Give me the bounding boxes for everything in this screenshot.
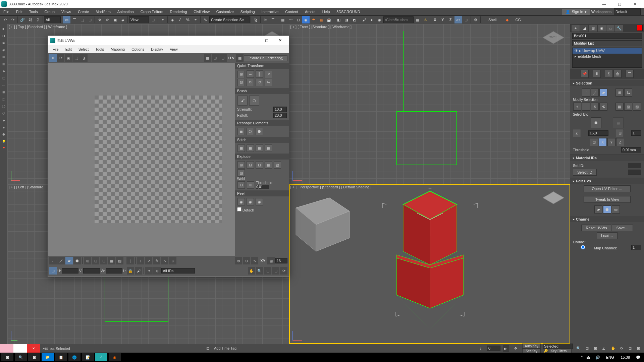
uvw-opt-a[interactable]: ✦ bbox=[145, 267, 153, 275]
taskview-button[interactable]: ⊟ bbox=[28, 353, 40, 361]
ribbon-btn-13[interactable]: ⬡ bbox=[0, 110, 7, 117]
uvw-ids-dropdown[interactable] bbox=[161, 268, 195, 274]
maximize-button[interactable]: ▢ bbox=[612, 0, 627, 8]
uvw-sub-vertex[interactable]: ∴ bbox=[49, 257, 57, 264]
ribbon-btn-17[interactable]: 💡 bbox=[0, 138, 7, 145]
loop-button[interactable]: ⟲ bbox=[599, 103, 607, 111]
uvw-rollout-reshape[interactable]: Reshape Elements bbox=[235, 120, 289, 126]
menu-help[interactable]: Help bbox=[319, 8, 333, 15]
uvw-move-button[interactable]: ✥ bbox=[49, 54, 57, 62]
search-button[interactable]: 🔍 bbox=[15, 353, 27, 361]
uvw-freeform-button[interactable]: ⬚ bbox=[72, 54, 80, 62]
key-filter-dropdown[interactable] bbox=[543, 344, 573, 349]
select-manipulate-button[interactable]: ✦ bbox=[159, 16, 166, 23]
uvw-soft-5[interactable]: ⊙ bbox=[169, 257, 176, 264]
uvw-texture-dropdown[interactable]: Texture Ch…ecker.png) bbox=[244, 55, 287, 61]
ribbon-btn-12[interactable]: ◯ bbox=[0, 103, 7, 110]
map-channel-input[interactable] bbox=[631, 245, 641, 250]
ribbon-btn-15[interactable]: ◈ bbox=[0, 124, 7, 131]
uvw-opt-1[interactable]: ⊚ bbox=[235, 257, 242, 264]
axis-y-button[interactable]: Y bbox=[439, 16, 446, 23]
menu-group[interactable]: Group bbox=[41, 8, 58, 15]
ribbon-btn-6[interactable]: ▥ bbox=[0, 61, 7, 67]
uvw-close-button[interactable]: ✕ bbox=[273, 36, 287, 45]
menu-graph-editors[interactable]: Graph Editors bbox=[137, 8, 167, 15]
keymode-icon[interactable]: ✥ bbox=[511, 345, 520, 353]
uvw-mirror-button[interactable]: ⧎ bbox=[80, 54, 88, 62]
qt-btn-5[interactable]: ⊡ bbox=[237, 79, 245, 86]
uvw-lock-button[interactable]: 🔒 bbox=[127, 267, 134, 275]
uvw-uv-toggle[interactable]: U V bbox=[227, 56, 236, 60]
nav-orbit-icon[interactable]: ⟳ bbox=[618, 345, 625, 352]
uvw-soft-4[interactable]: ∿ bbox=[161, 257, 168, 264]
frame-input-icon[interactable]: ↕ bbox=[477, 345, 484, 352]
curve-editor-button[interactable]: 〰 bbox=[287, 16, 294, 23]
object-color-swatch[interactable] bbox=[637, 25, 643, 31]
tab-display[interactable]: ▭ bbox=[606, 25, 614, 32]
nav-zoom-ext-icon[interactable]: ⊞ bbox=[592, 345, 599, 352]
tab-create[interactable]: + bbox=[572, 25, 580, 32]
menu-scripting[interactable]: Scripting bbox=[237, 8, 258, 15]
reshape-relax[interactable]: ⬡ bbox=[247, 128, 254, 135]
quick-box-button[interactable]: ⬢ bbox=[603, 205, 611, 214]
uvw-minimize-button[interactable]: — bbox=[247, 36, 260, 45]
ring-button[interactable]: ⊚ bbox=[591, 103, 599, 111]
tab-modify[interactable]: ◢ bbox=[580, 25, 588, 32]
sel-element-button[interactable]: ⊞ bbox=[615, 88, 624, 97]
ignore-backfacing-button[interactable]: ▦ bbox=[615, 103, 624, 111]
axis-z-button[interactable]: Z bbox=[447, 16, 454, 23]
uvw-menu-tools[interactable]: Tools bbox=[93, 47, 107, 51]
minimize-button[interactable]: — bbox=[596, 0, 612, 8]
paint-icon[interactable]: 🖌 bbox=[360, 16, 368, 23]
percent-snap-button[interactable]: % bbox=[184, 16, 192, 23]
render-frame-button[interactable]: ▦ bbox=[318, 16, 325, 23]
uvw-sub-elem[interactable]: ⬢ bbox=[73, 257, 81, 264]
weld-threshold-input[interactable] bbox=[256, 185, 269, 189]
grid-icon[interactable]: ▦ bbox=[414, 16, 421, 23]
weld-all-button[interactable]: ⊞ bbox=[247, 181, 254, 189]
chrome-button[interactable]: 🌐 bbox=[68, 353, 80, 361]
menu-file[interactable]: File bbox=[0, 8, 13, 15]
explode-2[interactable]: ⊡ bbox=[247, 161, 254, 169]
uvw-brush-icon[interactable]: 🖌 bbox=[135, 267, 142, 275]
viewcube-front[interactable]: FRONT bbox=[543, 27, 564, 48]
link-button[interactable]: 🔗 bbox=[19, 16, 26, 23]
detach-checkbox[interactable] bbox=[237, 207, 241, 212]
menu-arnold[interactable]: Arnold bbox=[302, 8, 319, 15]
vray-3-button[interactable]: ◩ bbox=[351, 16, 358, 23]
uvw-grid-button[interactable]: ⊞ bbox=[212, 54, 219, 62]
viewcube-persp[interactable] bbox=[543, 188, 564, 208]
uvw-rollout-stitch[interactable]: Stitch bbox=[235, 137, 289, 143]
notes-button[interactable]: 📝 bbox=[82, 353, 94, 361]
nav-zoom-all-icon[interactable]: ⊡ bbox=[583, 345, 591, 352]
close-button[interactable]: ✕ bbox=[627, 0, 643, 8]
angle-snap-button[interactable]: ∠ bbox=[176, 16, 184, 23]
sel-vertex-button[interactable]: ∴ bbox=[582, 88, 590, 97]
explode-5[interactable]: ▧ bbox=[274, 161, 281, 169]
tab-hierarchy[interactable]: ⊟ bbox=[589, 25, 597, 32]
menu-modifiers[interactable]: Modifiers bbox=[92, 8, 114, 15]
menu-interactive[interactable]: Interactive bbox=[258, 8, 282, 15]
app-tab-2[interactable] bbox=[13, 344, 27, 353]
menu-views[interactable]: Views bbox=[58, 8, 74, 15]
uvw-tool-3[interactable]: ⊟ bbox=[100, 257, 107, 264]
numeric-input[interactable] bbox=[631, 130, 641, 136]
rollout-channel-head[interactable]: Channel bbox=[570, 216, 644, 222]
window-crossing-button[interactable]: ⊞ bbox=[86, 16, 94, 23]
object-name-input[interactable] bbox=[572, 33, 642, 39]
vray-2-button[interactable]: ◨ bbox=[343, 16, 350, 23]
select-id-input[interactable] bbox=[628, 170, 641, 175]
ribbon-btn-10[interactable]: ⊞ bbox=[0, 89, 7, 96]
grow-button[interactable]: + bbox=[573, 103, 581, 111]
remove-modifier-button[interactable]: 🗑 bbox=[613, 70, 622, 78]
stitch-4[interactable]: ▦ bbox=[265, 144, 272, 152]
tray-vol-icon[interactable]: 🔊 bbox=[595, 355, 600, 360]
nav-walk-icon[interactable]: ⊞ bbox=[635, 345, 642, 352]
uvw-pan-button[interactable]: ✋ bbox=[248, 267, 255, 275]
menu-create[interactable]: Create bbox=[74, 8, 92, 15]
uvw-canvas[interactable] bbox=[82, 63, 235, 256]
menu-tools[interactable]: Tools bbox=[26, 8, 41, 15]
qt-flip[interactable]: ⇋ bbox=[265, 79, 272, 86]
uvw-menu-display[interactable]: Display bbox=[148, 47, 166, 51]
app-tab-1[interactable] bbox=[0, 344, 13, 353]
